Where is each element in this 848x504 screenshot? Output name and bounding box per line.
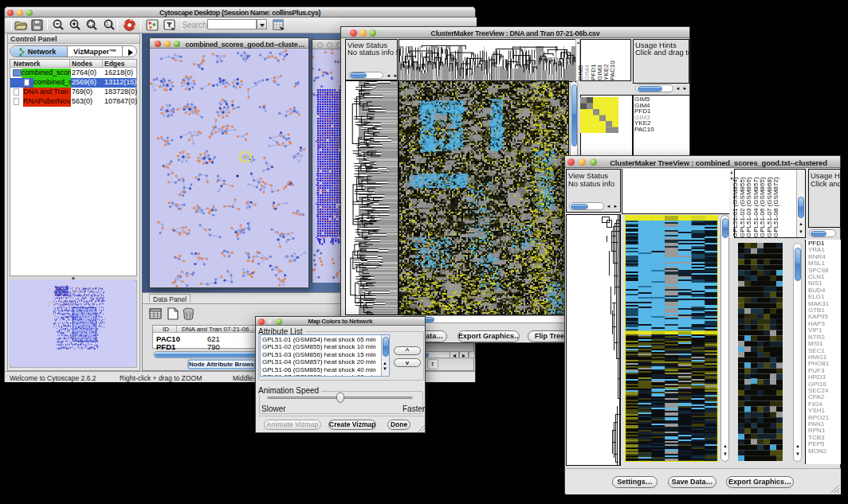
svg-text:1:1: 1:1	[106, 21, 112, 26]
